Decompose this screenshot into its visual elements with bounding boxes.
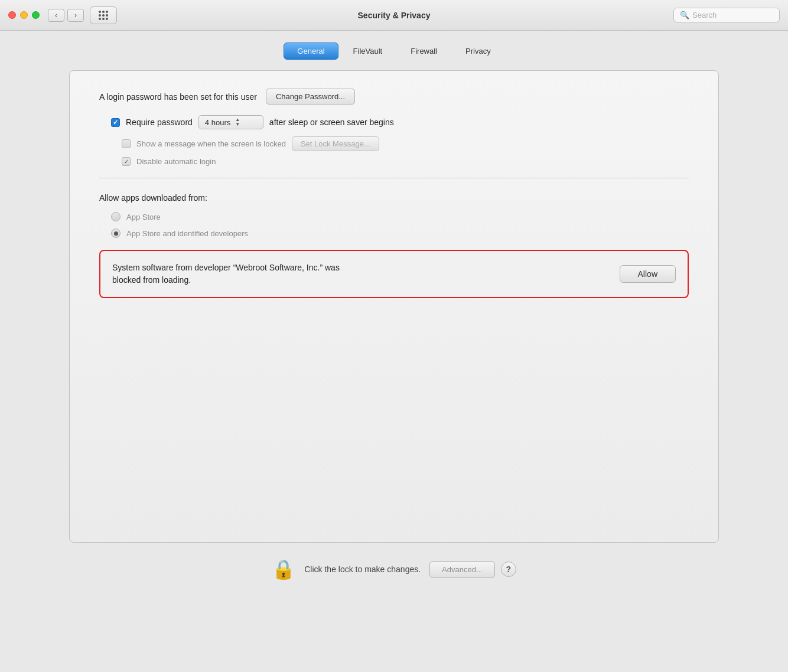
disable-autologin-label: Disable automatic login [136, 157, 216, 166]
tab-bar: General FileVault Firewall Privacy [284, 43, 504, 60]
tab-firewall[interactable]: Firewall [397, 43, 451, 60]
require-password-checkbox[interactable] [111, 118, 120, 127]
app-store-identified-label: App Store and identified developers [126, 229, 248, 238]
show-message-checkbox[interactable] [122, 139, 131, 148]
divider [99, 178, 689, 178]
tab-general[interactable]: General [284, 43, 338, 60]
app-store-identified-radio[interactable] [111, 229, 121, 238]
main-content: General FileVault Firewall Privacy A log… [0, 31, 788, 590]
forward-button[interactable]: › [67, 9, 84, 22]
require-password-value: 4 hours [205, 118, 230, 127]
back-button[interactable]: ‹ [48, 9, 64, 22]
password-section: A login password has been set for this u… [99, 89, 689, 166]
allow-apps-title: Allow apps downloaded from: [99, 193, 689, 203]
set-lock-message-button[interactable]: Set Lock Message... [292, 136, 379, 151]
chevron-right-icon: › [74, 11, 77, 19]
tab-filevault[interactable]: FileVault [340, 43, 396, 60]
general-panel: A login password has been set for this u… [69, 70, 719, 543]
alert-text-line2: blocked from loading. [112, 275, 191, 285]
minimize-button[interactable] [20, 11, 28, 19]
search-icon: 🔍 [680, 11, 689, 19]
software-blocked-alert: System software from developer “Webroot … [99, 250, 689, 298]
allow-apps-section: Allow apps downloaded from: App Store Ap… [99, 193, 689, 298]
require-password-label: Require password [126, 118, 193, 127]
app-store-identified-radio-row: App Store and identified developers [111, 229, 689, 238]
tab-privacy[interactable]: Privacy [452, 43, 504, 60]
disable-autologin-checkbox[interactable] [122, 157, 131, 166]
app-store-label: App Store [126, 213, 161, 221]
search-bar[interactable]: 🔍 Search [673, 8, 780, 22]
show-message-label: Show a message when the screen is locked [136, 139, 286, 148]
search-input[interactable]: Search [692, 11, 773, 19]
chevron-left-icon: ‹ [55, 11, 57, 19]
require-password-row: Require password 4 hours ▲ ▼ after sleep… [111, 115, 689, 129]
traffic-lights [8, 11, 40, 19]
alert-text-line1: System software from developer “Webroot … [112, 263, 340, 272]
grid-view-button[interactable] [90, 6, 117, 24]
disable-autologin-row: Disable automatic login [122, 157, 689, 166]
password-row: A login password has been set for this u… [99, 89, 689, 105]
titlebar: ‹ › Security & Privacy 🔍 Search [0, 0, 788, 31]
window-title: Security & Privacy [358, 11, 431, 20]
require-password-dropdown[interactable]: 4 hours ▲ ▼ [198, 115, 263, 129]
show-message-row: Show a message when the screen is locked… [122, 136, 689, 151]
advanced-button[interactable]: Advanced... [429, 561, 495, 578]
lock-icon[interactable]: 🔒 [272, 558, 295, 580]
nav-buttons: ‹ › [48, 9, 84, 22]
grid-icon [99, 11, 108, 20]
help-button[interactable]: ? [501, 562, 516, 577]
lock-label: Click the lock to make changes. [304, 565, 421, 574]
dropdown-arrows-icon: ▲ ▼ [235, 118, 240, 127]
footer-right: Advanced... ? [429, 561, 516, 578]
app-store-radio[interactable] [111, 212, 121, 221]
allow-button[interactable]: Allow [620, 265, 676, 283]
change-password-button[interactable]: Change Password... [266, 89, 355, 105]
app-store-radio-row: App Store [111, 212, 689, 221]
close-button[interactable] [8, 11, 16, 19]
password-description: A login password has been set for this u… [99, 92, 257, 102]
require-password-after: after sleep or screen saver begins [269, 118, 394, 127]
footer: 🔒 Click the lock to make changes. Advanc… [258, 549, 530, 590]
maximize-button[interactable] [32, 11, 40, 19]
alert-text: System software from developer “Webroot … [112, 262, 340, 286]
